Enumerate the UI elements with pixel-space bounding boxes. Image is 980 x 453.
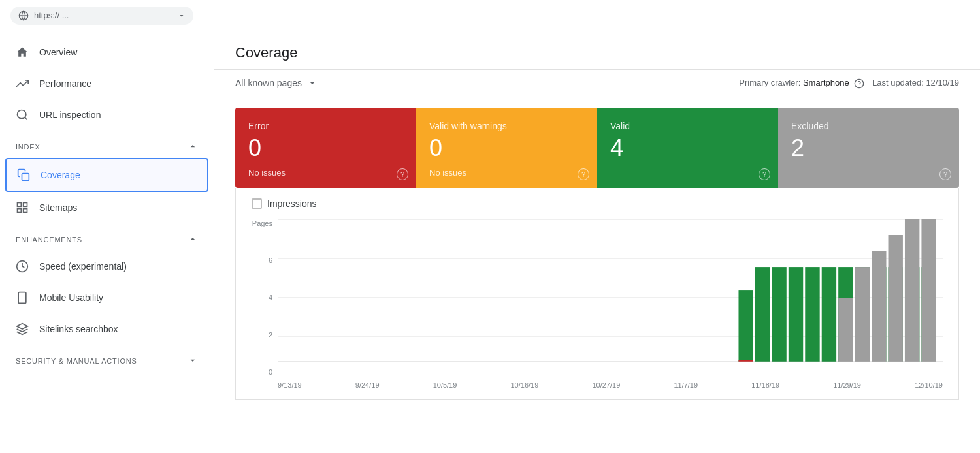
sidebar-item-performance[interactable]: Performance: [0, 68, 214, 99]
svg-rect-10: [18, 292, 26, 304]
svg-rect-24: [805, 267, 819, 362]
y-tick-0: 0: [269, 368, 272, 376]
svg-rect-25: [822, 267, 836, 362]
enhancements-collapse-icon[interactable]: [188, 234, 198, 245]
status-card-error[interactable]: Error 0 No issues ?: [235, 108, 416, 188]
speed-icon: [16, 260, 29, 273]
svg-rect-20: [738, 290, 753, 362]
filter-dropdown-icon: [307, 78, 318, 88]
error-sub: No issues: [248, 168, 403, 178]
valid-count: 4: [610, 136, 765, 160]
x-label-7: 11/29/19: [833, 381, 861, 389]
enhancements-section-header: Enhancements: [0, 228, 214, 251]
globe-icon: [18, 10, 29, 21]
sidebar-item-sitelinks-searchbox[interactable]: Sitelinks searchbox: [0, 313, 214, 345]
x-label-6: 11/18/19: [751, 381, 779, 389]
sidebar-item-sitemaps[interactable]: Sitemaps: [0, 192, 214, 223]
security-section-label: Security & Manual Actions: [16, 357, 137, 365]
sidebar-item-mobile-usability[interactable]: Mobile Usability: [0, 282, 214, 313]
performance-label: Performance: [39, 78, 91, 89]
top-bar: https:// ...: [0, 0, 980, 31]
chart-svg: [278, 219, 943, 376]
grid-icon: [16, 201, 29, 214]
valid-help-icon[interactable]: ?: [759, 168, 770, 180]
security-section-header: Security & Manual Actions: [0, 350, 214, 372]
trending-up-icon: [16, 77, 29, 90]
sidebar-item-url-inspection[interactable]: URL inspection: [0, 99, 214, 131]
phone-icon: [16, 291, 29, 304]
svg-rect-4: [22, 174, 29, 181]
svg-rect-32: [838, 298, 853, 362]
y-label-pages: Pages: [252, 219, 272, 227]
layers-icon: [16, 322, 29, 336]
svg-line-3: [25, 117, 27, 120]
speed-label: Speed (experimental): [39, 261, 127, 272]
search-icon: [16, 108, 29, 121]
index-section-header: Index: [0, 136, 214, 158]
svg-rect-8: [24, 209, 27, 213]
svg-rect-5: [18, 203, 22, 207]
security-collapse-icon[interactable]: [188, 355, 198, 367]
y-tick-2: 2: [269, 331, 272, 339]
x-axis-labels: 9/13/19 9/24/19 10/5/19 10/16/19 10/27/1…: [278, 381, 943, 389]
filter-label: All known pages: [235, 78, 302, 88]
status-card-excluded[interactable]: Excluded 2 ?: [778, 108, 959, 188]
index-section-label: Index: [16, 143, 41, 151]
impressions-checkbox[interactable]: [252, 198, 262, 209]
coverage-label: Coverage: [41, 170, 80, 180]
index-collapse-icon[interactable]: [188, 141, 198, 153]
x-label-8: 12/10/19: [915, 381, 943, 389]
copy-icon: [17, 168, 30, 181]
error-help-icon[interactable]: ?: [397, 168, 408, 180]
help-circle-icon[interactable]: [854, 78, 864, 89]
svg-rect-22: [772, 267, 786, 362]
status-card-warning[interactable]: Valid with warnings 0 No issues ?: [416, 108, 597, 188]
svg-rect-23: [789, 267, 803, 362]
url-text: https:// ...: [34, 10, 172, 20]
filter-info: Primary crawler: Smartphone Last updated…: [739, 78, 959, 89]
excluded-help-icon[interactable]: ?: [939, 168, 951, 180]
x-label-1: 9/24/19: [355, 381, 380, 389]
x-label-4: 10/27/19: [592, 381, 620, 389]
svg-rect-7: [18, 209, 22, 213]
url-bar[interactable]: https:// ...: [10, 7, 193, 25]
error-label: Error: [248, 121, 403, 131]
dropdown-arrow-icon[interactable]: [178, 12, 186, 20]
sidebar-item-speed[interactable]: Speed (experimental): [0, 251, 214, 282]
url-inspection-label: URL inspection: [39, 110, 101, 120]
primary-crawler-value: Smartphone: [803, 78, 849, 87]
y-tick-4: 4: [269, 294, 272, 302]
svg-rect-37: [921, 219, 936, 362]
filter-dropdown[interactable]: All known pages: [235, 78, 318, 88]
warning-count: 0: [429, 136, 584, 160]
sidebar-item-coverage[interactable]: Coverage: [7, 159, 207, 191]
warning-label: Valid with warnings: [429, 121, 584, 131]
svg-marker-12: [17, 324, 28, 329]
page-header: Coverage: [214, 31, 980, 70]
y-tick-6: 6: [269, 257, 272, 264]
status-card-valid[interactable]: Valid 4 ?: [597, 108, 778, 188]
impressions-label: Impressions: [267, 198, 316, 209]
y-axis: Pages 6 4 2 0: [252, 219, 278, 376]
home-icon: [16, 46, 29, 59]
svg-rect-21: [755, 267, 770, 362]
app-layout: Overview Performance URL inspection Inde…: [0, 31, 980, 453]
mobile-usability-label: Mobile Usability: [39, 292, 103, 303]
excluded-label: Excluded: [791, 121, 946, 131]
warning-sub: No issues: [429, 168, 584, 178]
sidebar-item-overview[interactable]: Overview: [0, 37, 214, 68]
svg-rect-36: [905, 219, 919, 362]
x-label-0: 9/13/19: [278, 381, 302, 389]
chart-section: Impressions Pages 6 4 2 0: [235, 188, 959, 400]
sitelinks-searchbox-label: Sitelinks searchbox: [39, 324, 118, 334]
primary-crawler-prefix: Primary crawler:: [739, 78, 800, 87]
sitemaps-label: Sitemaps: [39, 202, 77, 213]
svg-rect-35: [889, 235, 903, 362]
x-label-3: 10/16/19: [510, 381, 538, 389]
warning-help-icon[interactable]: ?: [578, 168, 589, 180]
status-cards: Error 0 No issues ? Valid with warnings …: [235, 108, 959, 188]
svg-point-2: [18, 110, 26, 119]
error-count: 0: [248, 136, 403, 160]
sidebar: Overview Performance URL inspection Inde…: [0, 31, 214, 453]
overview-label: Overview: [39, 47, 77, 57]
